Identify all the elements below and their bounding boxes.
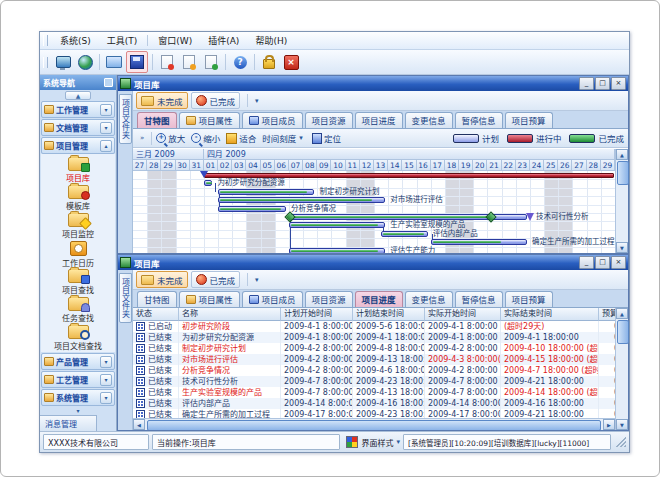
day-header[interactable]: 15 <box>402 160 416 171</box>
day-header[interactable]: 11 <box>346 160 360 171</box>
tab-project-progress[interactable]: 项目进度 <box>355 291 403 307</box>
day-header[interactable]: 25 <box>544 160 558 171</box>
tab-pause-info[interactable]: 暂停信息 <box>455 112 503 128</box>
sidebar-item-work-calendar[interactable]: 工作日历 <box>41 240 115 268</box>
day-header[interactable]: 28 <box>587 160 601 171</box>
group-document-management[interactable]: 文档管理▾ <box>41 119 115 136</box>
day-header[interactable]: 13 <box>374 160 388 171</box>
filter-unfinished-button[interactable]: 未完成 <box>136 92 188 109</box>
day-header[interactable]: 22 <box>502 160 516 171</box>
group-process-management[interactable]: 工艺管理▾ <box>41 371 115 388</box>
tab-change-info[interactable]: 变更信息 <box>405 291 453 307</box>
chevron-down-icon[interactable]: ▾ <box>100 374 112 386</box>
tab-change-info[interactable]: 变更信息 <box>405 112 453 128</box>
save-icon-button[interactable] <box>126 51 148 73</box>
sidebar-item-project-monitor[interactable]: 项目监控 <box>41 212 115 240</box>
scroll-left-arrow[interactable]: ◀ <box>133 419 145 430</box>
time-scale-button[interactable]: 时间刻度▾ <box>262 132 306 144</box>
sidebar-overflow-button[interactable]: ▾ <box>40 406 116 415</box>
scroll-thumb[interactable] <box>147 420 601 430</box>
day-header[interactable]: 29 <box>161 160 175 171</box>
tab-project-properties[interactable]: 项目属性 <box>179 291 240 307</box>
tab-message-management[interactable]: 消息管理 <box>40 415 97 431</box>
gantt-bar-plan[interactable] <box>431 239 527 245</box>
table-row[interactable]: 已结束分析竞争情况2009-4-2 8:00:002009-4-6 18:00:… <box>133 365 615 376</box>
table-row[interactable]: 已结束评估内部产品2009-4-14 8:00:002009-4-16 18:0… <box>133 398 615 409</box>
day-header[interactable]: 27 <box>572 160 586 171</box>
menu-plugins[interactable]: 插件(A) <box>200 33 247 48</box>
gantt-bar-plan[interactable] <box>218 197 385 203</box>
minimize-button[interactable]: _ <box>579 256 594 269</box>
maximize-button[interactable]: □ <box>595 77 610 90</box>
day-header[interactable]: 24 <box>530 160 544 171</box>
day-header[interactable]: 14 <box>388 160 402 171</box>
close-button[interactable]: × <box>611 256 626 269</box>
tab-project-resources[interactable]: 项目资源 <box>305 291 353 307</box>
group-project-management[interactable]: 项目管理▴ <box>41 137 115 154</box>
column-header-1[interactable]: 名称 <box>179 308 281 321</box>
gantt-bar-plan[interactable] <box>204 180 213 186</box>
day-header[interactable]: 12 <box>360 160 374 171</box>
scroll-thumb[interactable] <box>617 320 629 344</box>
table-vertical-scrollbar[interactable]: ▲ ▼ <box>615 308 628 430</box>
computer-icon-button[interactable] <box>53 52 73 72</box>
more-filters-chevron-icon[interactable]: ▾ <box>252 97 262 105</box>
globe-icon-button[interactable] <box>75 52 95 72</box>
tab-pause-info[interactable]: 暂停信息 <box>455 291 503 307</box>
day-header[interactable]: 28 <box>147 160 161 171</box>
column-header-4[interactable]: 实际开始时间 <box>425 308 501 321</box>
table-row[interactable]: 已结束为初步研究分配资源2009-4-1 8:00:002009-4-1 18:… <box>133 332 615 343</box>
table-row[interactable]: 已结束生产实验室规模的产品2009-4-7 8:00:002009-4-13 1… <box>133 387 615 398</box>
day-header[interactable]: 29 <box>601 160 615 171</box>
day-header[interactable]: 08 <box>303 160 317 171</box>
locate-button[interactable]: 定位 <box>312 132 341 144</box>
day-header[interactable]: 06 <box>275 160 289 171</box>
exit-icon-button[interactable]: × <box>281 52 301 72</box>
scroll-up-arrow[interactable]: ▲ <box>616 308 628 319</box>
sidebar-item-task-search[interactable]: 任务查找 <box>41 296 115 324</box>
minimize-button[interactable]: _ <box>579 77 594 90</box>
column-header-2[interactable]: 计划开始时间 <box>281 308 353 321</box>
tab-project-members[interactable]: 项目成员 <box>242 291 303 307</box>
table-row[interactable]: 已结束制定初步研究计划2009-4-2 8:00:002009-4-8 18:0… <box>133 343 615 354</box>
group-work-management[interactable]: 工作管理▾ <box>41 101 115 118</box>
tab-project-resources[interactable]: 项目资源 <box>305 112 353 128</box>
doc-add-icon-button[interactable] <box>157 52 177 72</box>
more-filters-chevron-icon[interactable]: ▾ <box>252 276 262 284</box>
group-system-management[interactable]: 系统管理▾ <box>41 389 115 406</box>
tab-project-folder[interactable]: 项目文件夹 <box>119 273 132 323</box>
day-header[interactable]: 23 <box>516 160 530 171</box>
day-header[interactable]: 21 <box>487 160 501 171</box>
scroll-up-arrow[interactable]: ▲ <box>616 149 628 160</box>
gantt-bar-plan[interactable] <box>218 206 286 212</box>
scroll-right-arrow[interactable]: ▶ <box>603 419 615 430</box>
doc-edit-icon-button[interactable] <box>179 52 199 72</box>
filter-finished-button[interactable]: 已完成 <box>191 92 241 109</box>
column-header-3[interactable]: 计划结束时间 <box>353 308 425 321</box>
day-header[interactable]: 03 <box>232 160 246 171</box>
chevron-down-icon[interactable]: ▾ <box>100 392 112 404</box>
day-header[interactable]: 19 <box>459 160 473 171</box>
column-header-6[interactable]: 预算 <box>599 308 615 321</box>
day-header[interactable]: 10 <box>331 160 345 171</box>
chevron-down-icon[interactable]: ▾ <box>100 104 112 116</box>
scroll-down-arrow[interactable]: ▼ <box>616 419 628 430</box>
table-row[interactable]: 已结束确定生产所需的加工过程2009-4-17 8:00:002009-4-23… <box>133 409 615 418</box>
fit-button[interactable]: 适合 <box>226 132 256 144</box>
table-row[interactable]: 已结束技术可行性分析2009-4-7 8:00:002009-4-23 18:0… <box>133 376 615 387</box>
toolbar-grip[interactable] <box>43 35 48 46</box>
column-header-5[interactable]: 实际结束时间 <box>501 308 599 321</box>
sidebar-item-project-search[interactable]: 项目查找 <box>41 268 115 296</box>
chevron-up-icon[interactable]: ▴ <box>100 140 112 152</box>
toolbar-overflow-chevron[interactable]: » <box>137 134 147 142</box>
day-header[interactable]: 09 <box>317 160 331 171</box>
zoom-in-button[interactable]: +放大 <box>156 132 185 144</box>
day-header[interactable]: 30 <box>176 160 190 171</box>
chevron-down-icon[interactable]: ▾ <box>100 356 112 368</box>
lock-icon-button[interactable] <box>259 52 279 72</box>
help-icon-button[interactable]: ? <box>230 52 250 72</box>
sidebar-collapse-strip[interactable]: ▲ <box>40 90 116 100</box>
tab-project-budget[interactable]: 项目预算 <box>505 291 553 307</box>
tab-project-progress[interactable]: 项目进度 <box>355 112 403 128</box>
day-header[interactable]: 31 <box>190 160 204 171</box>
